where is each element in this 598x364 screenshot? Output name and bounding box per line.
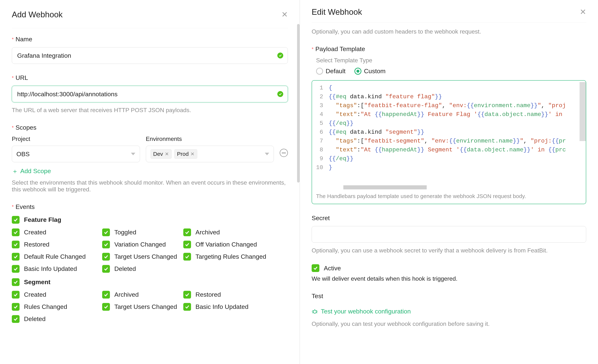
- code-line: {{/eq}}: [329, 154, 581, 163]
- remove-tag-icon[interactable]: ✕: [165, 151, 169, 157]
- close-icon[interactable]: ✕: [281, 11, 288, 18]
- checkbox-icon[interactable]: [12, 291, 20, 298]
- plus-icon: ＋: [12, 168, 18, 174]
- event-checkbox[interactable]: Variation Changed: [102, 241, 183, 248]
- add-scope-button[interactable]: ＋ Add Scope: [12, 167, 51, 175]
- checkbox-icon[interactable]: [102, 303, 110, 311]
- active-help: We will deliver event details when this …: [312, 275, 586, 282]
- secret-input[interactable]: [312, 226, 586, 243]
- event-checkbox[interactable]: Targeting Rules Changed: [183, 253, 288, 261]
- event-checkbox[interactable]: Deleted: [102, 265, 183, 273]
- url-label: URL: [16, 74, 28, 81]
- checkbox-icon[interactable]: [12, 278, 20, 286]
- code-line: {{/eq}}: [329, 119, 581, 128]
- checkbox-icon[interactable]: [183, 291, 191, 298]
- env-tag[interactable]: Prod✕: [174, 149, 197, 159]
- env-tag[interactable]: Dev✕: [150, 149, 172, 159]
- remove-tag-icon[interactable]: ✕: [191, 151, 195, 157]
- event-checkbox[interactable]: Off Variation Changed: [183, 241, 288, 248]
- valid-check-icon: [277, 91, 283, 97]
- checkbox-icon[interactable]: [12, 216, 20, 224]
- event-checkbox[interactable]: Restored: [183, 291, 288, 298]
- template-type-label: Select Template Type: [316, 57, 586, 64]
- checkbox-icon[interactable]: [183, 228, 191, 236]
- event-checkbox[interactable]: Toggled: [102, 228, 183, 236]
- event-checkbox[interactable]: Archived: [102, 291, 183, 298]
- secret-help: Optionally, you can use a webhook secret…: [312, 247, 586, 254]
- checkbox-icon[interactable]: [102, 241, 110, 248]
- test-help: Optionally, you can test your webhook co…: [312, 321, 586, 327]
- add-webhook-panel: Add Webhook ✕ *Name Grafana Integration …: [0, 0, 300, 364]
- template-type-default[interactable]: Default: [316, 67, 346, 75]
- code-line: "text":"At {{happenedAt}} Segment '{{dat…: [329, 146, 581, 154]
- events-section: *Events Feature FlagCreatedToggledArchiv…: [12, 203, 288, 323]
- code-line: {: [329, 83, 581, 92]
- environments-select[interactable]: Dev✕Prod✕: [146, 146, 274, 162]
- checkbox-icon[interactable]: [12, 265, 20, 273]
- code-line: {{#eq data.kind "feature flag"}}: [329, 92, 581, 101]
- event-checkbox[interactable]: Restored: [12, 241, 102, 248]
- event-checkbox[interactable]: Rules Changed: [12, 303, 102, 311]
- chevron-down-icon: [131, 153, 135, 155]
- secret-section: Secret Optionally, you can use a webhook…: [312, 215, 586, 254]
- code-scrollbar-vertical[interactable]: [580, 82, 586, 141]
- code-line: "text":"At {{happenedAt}} Feature Flag '…: [329, 110, 581, 119]
- code-scrollbar-horizontal[interactable]: [343, 185, 427, 189]
- payload-section: *Payload Template Select Template Type D…: [312, 45, 586, 204]
- checkbox-icon[interactable]: [102, 265, 110, 273]
- environments-label: Environments: [146, 136, 274, 142]
- event-checkbox[interactable]: Archived: [183, 228, 288, 236]
- payload-label: Payload Template: [315, 45, 365, 53]
- add-webhook-title: Add Webhook: [12, 10, 63, 19]
- code-line: "tags":["featbit-feature-flag", "env:{{e…: [329, 101, 581, 110]
- event-group-header[interactable]: Feature Flag: [12, 216, 288, 224]
- code-line: }: [329, 163, 581, 172]
- checkbox-icon[interactable]: [12, 303, 20, 311]
- checkbox-icon[interactable]: [12, 241, 20, 248]
- checkbox-icon[interactable]: [183, 303, 191, 311]
- checkbox-icon[interactable]: [183, 253, 191, 261]
- payload-help: The Handlebars payload template used to …: [312, 189, 586, 204]
- edit-webhook-title: Edit Webhook: [312, 7, 362, 17]
- url-input[interactable]: http://localhost:3000/api/annotations: [12, 86, 288, 102]
- project-select[interactable]: OBS: [12, 146, 140, 162]
- checkbox-icon[interactable]: [102, 253, 110, 261]
- active-section: Active We will deliver event details whe…: [312, 264, 586, 282]
- scopes-section: *Scopes Project OBS Environments Dev✕Pro…: [12, 124, 288, 193]
- close-icon[interactable]: ✕: [580, 8, 586, 16]
- event-checkbox[interactable]: Target Users Changed: [102, 253, 183, 261]
- event-checkbox[interactable]: Default Rule Changed: [12, 253, 102, 261]
- svg-point-0: [313, 310, 316, 313]
- name-section: *Name Grafana Integration: [12, 36, 288, 64]
- active-checkbox[interactable]: [312, 264, 319, 272]
- remove-scope-button[interactable]: [280, 149, 288, 157]
- name-label: Name: [16, 36, 32, 43]
- checkbox-icon[interactable]: [102, 228, 110, 236]
- checkbox-icon[interactable]: [102, 291, 110, 298]
- edit-webhook-panel: Edit Webhook ✕ Optionally, you can add c…: [300, 0, 598, 364]
- checkbox-icon[interactable]: [12, 315, 20, 323]
- checkbox-icon[interactable]: [12, 253, 20, 261]
- event-checkbox[interactable]: Target Users Changed: [102, 303, 183, 311]
- checkbox-icon[interactable]: [12, 228, 20, 236]
- event-checkbox[interactable]: Basic Info Updated: [12, 265, 102, 273]
- scrollbar[interactable]: [297, 24, 300, 182]
- events-label: Events: [16, 203, 35, 210]
- event-checkbox[interactable]: Deleted: [12, 315, 102, 323]
- event-group-header[interactable]: Segment: [12, 278, 288, 286]
- name-input[interactable]: Grafana Integration: [12, 47, 288, 64]
- code-line: "tags":["featbit-segment", "env:{{enviro…: [329, 137, 581, 146]
- test-section: Test Test your webhook configuration Opt…: [312, 292, 586, 327]
- chevron-down-icon: [265, 153, 269, 155]
- url-section: *URL http://localhost:3000/api/annotatio…: [12, 74, 288, 114]
- payload-code-editor[interactable]: 12345678910 {{{#eq data.kind "feature fl…: [312, 80, 586, 204]
- template-type-custom[interactable]: Custom: [354, 67, 386, 75]
- event-checkbox[interactable]: Basic Info Updated: [183, 303, 288, 311]
- event-checkbox[interactable]: Created: [12, 291, 102, 298]
- secret-label: Secret: [312, 215, 330, 222]
- test-webhook-link[interactable]: Test your webhook configuration: [312, 308, 411, 315]
- checkbox-icon[interactable]: [183, 241, 191, 248]
- headers-help: Optionally, you can add custom headers t…: [312, 28, 586, 35]
- event-checkbox[interactable]: Created: [12, 228, 102, 236]
- test-label: Test: [312, 292, 323, 300]
